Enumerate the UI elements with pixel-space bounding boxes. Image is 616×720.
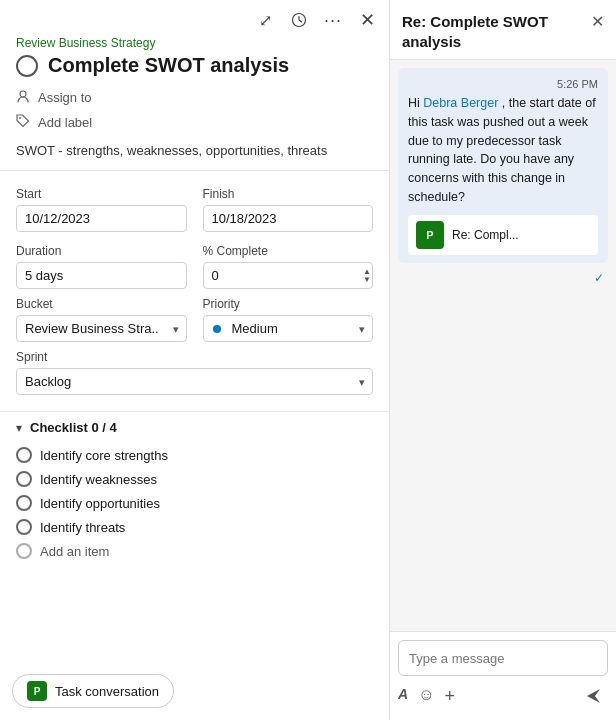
- attachment-label: Re: Compl...: [452, 228, 519, 242]
- sprint-select-wrapper: Backlog ▾: [16, 368, 373, 395]
- start-field: Start: [16, 187, 187, 232]
- chat-area: 5:26 PM Hi Debra Berger , the start date…: [390, 60, 616, 631]
- checklist-item-2[interactable]: Identify weaknesses: [16, 467, 373, 491]
- bucket-priority-fields: Bucket Review Business Stra... ▾ Priorit…: [0, 297, 389, 350]
- percent-label: % Complete: [203, 244, 374, 258]
- attach-plus-icon[interactable]: +: [444, 686, 455, 707]
- priority-select-wrapper: Medium Low High Urgent ▾: [203, 315, 374, 342]
- bucket-field: Bucket Review Business Stra... ▾: [16, 297, 187, 342]
- divider-2: [0, 411, 389, 412]
- chat-attachment[interactable]: P Re: Compl...: [408, 215, 598, 255]
- start-label: Start: [16, 187, 187, 201]
- priority-field: Priority Medium Low High Urgent ▾: [203, 297, 374, 342]
- description-text: SWOT - strengths, weaknesses, opportunit…: [0, 135, 389, 162]
- right-panel-title: Re: Complete SWOT analysis: [402, 12, 583, 51]
- send-button[interactable]: [580, 682, 608, 710]
- checklist-circle-2[interactable]: [16, 471, 32, 487]
- emoji-icon[interactable]: ☺: [418, 686, 434, 707]
- format-icon[interactable]: A: [398, 686, 408, 707]
- review-label[interactable]: Review Business Strategy: [0, 36, 389, 54]
- message-actions: A ☺ +: [398, 676, 608, 712]
- left-panel: ⤢ ··· ✕ Review Business Strategy Complet…: [0, 0, 390, 720]
- spinner-down[interactable]: ▼: [363, 276, 371, 284]
- message-input[interactable]: [398, 640, 608, 676]
- right-panel: Re: Complete SWOT analysis ✕ 5:26 PM Hi …: [390, 0, 616, 720]
- seen-indicator: ✓: [398, 271, 608, 289]
- checklist-circle-3[interactable]: [16, 495, 32, 511]
- close-icon[interactable]: ✕: [355, 8, 379, 32]
- bucket-label: Bucket: [16, 297, 187, 311]
- add-label-text: Add label: [38, 115, 92, 130]
- start-input[interactable]: [16, 205, 187, 232]
- add-item-label: Add an item: [40, 544, 109, 559]
- divider-1: [0, 170, 389, 171]
- assign-label: Assign to: [38, 90, 91, 105]
- finish-field: Finish: [203, 187, 374, 232]
- sprint-label: Sprint: [16, 350, 373, 364]
- checklist-label-2: Identify weaknesses: [40, 472, 157, 487]
- attachment-icon: P: [416, 221, 444, 249]
- message-input-area: A ☺ +: [390, 631, 616, 720]
- finish-label: Finish: [203, 187, 374, 201]
- checklist-header: ▾ Checklist 0 / 4: [16, 420, 373, 435]
- priority-label: Priority: [203, 297, 374, 311]
- task-conversation-icon: P: [27, 681, 47, 701]
- checklist-item-4[interactable]: Identify threats: [16, 515, 373, 539]
- duration-field: Duration: [16, 244, 187, 289]
- duration-input[interactable]: [16, 262, 187, 289]
- sprint-select[interactable]: Backlog: [16, 368, 373, 395]
- checklist-label-1: Identify core strengths: [40, 448, 168, 463]
- more-icon[interactable]: ···: [321, 8, 345, 32]
- bucket-select-wrapper: Review Business Stra... ▾: [16, 315, 187, 342]
- history-icon[interactable]: [287, 8, 311, 32]
- svg-point-1: [20, 91, 26, 97]
- label-icon: [16, 114, 30, 131]
- checklist-item-1[interactable]: Identify core strengths: [16, 443, 373, 467]
- sprint-field: Sprint Backlog ▾: [0, 350, 389, 395]
- right-close-icon[interactable]: ✕: [591, 12, 604, 31]
- right-header: Re: Complete SWOT analysis ✕: [390, 0, 616, 60]
- task-title: Complete SWOT analysis: [48, 54, 289, 77]
- chat-text-after: , the start date of this task was pushed…: [408, 96, 596, 204]
- finish-input[interactable]: [203, 205, 374, 232]
- checklist-collapse-icon[interactable]: ▾: [16, 421, 22, 435]
- assign-row[interactable]: Assign to: [0, 85, 389, 110]
- task-title-row: Complete SWOT analysis: [0, 54, 389, 85]
- checklist-circle-1[interactable]: [16, 447, 32, 463]
- checklist-title: Checklist 0 / 4: [30, 420, 117, 435]
- chat-text: Hi Debra Berger , the start date of this…: [408, 94, 598, 207]
- checklist-add-row[interactable]: Add an item: [16, 539, 373, 563]
- task-complete-toggle[interactable]: [16, 55, 38, 77]
- chat-message-1: 5:26 PM Hi Debra Berger , the start date…: [398, 68, 608, 263]
- duration-label: Duration: [16, 244, 187, 258]
- date-fields: Start Finish Duration % Complete ▲ ▼: [0, 179, 389, 297]
- task-conversation-button[interactable]: P Task conversation: [12, 674, 174, 708]
- chat-time: 5:26 PM: [408, 78, 598, 90]
- checklist-section: ▾ Checklist 0 / 4 Identify core strength…: [0, 420, 389, 563]
- toolbar: ⤢ ··· ✕: [0, 0, 389, 36]
- add-circle-icon: [16, 543, 32, 559]
- chat-text-before: Hi: [408, 96, 423, 110]
- task-conversation-label: Task conversation: [55, 684, 159, 699]
- bucket-select[interactable]: Review Business Stra...: [16, 315, 187, 342]
- percent-input[interactable]: [203, 262, 374, 289]
- percent-field: % Complete ▲ ▼: [203, 244, 374, 289]
- label-row[interactable]: Add label: [0, 110, 389, 135]
- message-action-icons: A ☺ +: [398, 686, 455, 707]
- checklist-circle-4[interactable]: [16, 519, 32, 535]
- expand-icon[interactable]: ⤢: [253, 8, 277, 32]
- chat-link-name[interactable]: Debra Berger: [423, 96, 498, 110]
- checklist-item-3[interactable]: Identify opportunities: [16, 491, 373, 515]
- checklist-label-3: Identify opportunities: [40, 496, 160, 511]
- priority-select[interactable]: Medium Low High Urgent: [203, 315, 374, 342]
- assign-icon: [16, 89, 30, 106]
- bottom-bar: P Task conversation: [12, 674, 174, 708]
- percent-wrapper: ▲ ▼: [203, 262, 374, 289]
- checklist-label-4: Identify threats: [40, 520, 125, 535]
- svg-point-2: [19, 117, 21, 119]
- spinners: ▲ ▼: [363, 264, 371, 287]
